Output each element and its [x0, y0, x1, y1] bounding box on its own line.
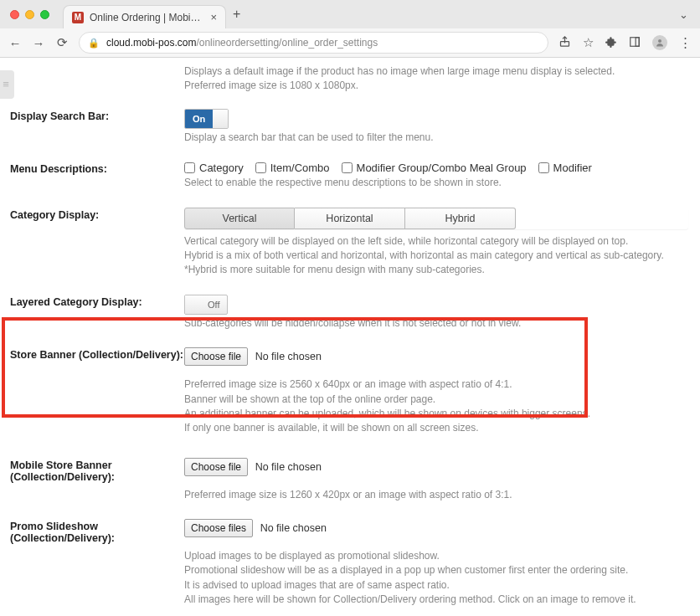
- svg-rect-2: [636, 37, 639, 46]
- category-display-vertical[interactable]: Vertical: [184, 208, 295, 229]
- new-tab-button[interactable]: +: [233, 7, 240, 22]
- forward-button[interactable]: →: [32, 36, 45, 50]
- category-display-horizontal[interactable]: Horizontal: [295, 208, 405, 229]
- favicon-icon: M: [72, 12, 84, 23]
- close-window-button[interactable]: [10, 10, 19, 19]
- store-banner-file-status: No file chosen: [255, 351, 322, 362]
- mobile-banner-choose-file[interactable]: Choose file: [184, 458, 248, 476]
- menu-desc-checkbox-modifier-group[interactable]: Modifier Group/Combo Meal Group: [342, 162, 527, 174]
- store-banner-help: Preferred image size is 2560 x 640px or …: [184, 377, 688, 436]
- layered-help: Sub-categories will be hidden/collapse w…: [184, 316, 688, 331]
- menu-icon[interactable]: ⋮: [679, 35, 692, 50]
- minimize-window-button[interactable]: [25, 10, 34, 19]
- store-banner-choose-file[interactable]: Choose file: [184, 347, 248, 366]
- address-bar[interactable]: 🔒 cloud.mobi-pos.com/onlineordersetting/…: [79, 32, 548, 54]
- promo-choose-files[interactable]: Choose files: [184, 519, 253, 537]
- search-bar-toggle[interactable]: On: [184, 109, 229, 129]
- svg-rect-1: [631, 37, 640, 46]
- share-icon[interactable]: [558, 35, 571, 50]
- maximize-window-button[interactable]: [40, 10, 49, 19]
- mobile-banner-help: Preferred image size is 1260 x 420px or …: [184, 488, 688, 502]
- promo-label: Promo Slideshow (Collection/Delivery):: [10, 519, 184, 544]
- category-display-segmented: Vertical Horizontal Hybrid: [184, 208, 688, 229]
- svg-point-3: [658, 39, 661, 43]
- search-bar-label: Display Search Bar:: [10, 109, 184, 122]
- tab-title: Online Ordering | MobiPOS: [90, 12, 204, 23]
- layered-label: Layered Category Display:: [10, 295, 184, 308]
- store-banner-label: Store Banner (Collection/Delivery):: [10, 347, 184, 361]
- browser-toolbar: ← → ⟳ 🔒 cloud.mobi-pos.com/onlineorderse…: [0, 28, 700, 57]
- category-display-hybrid[interactable]: Hybrid: [405, 208, 516, 229]
- lock-icon: 🔒: [88, 38, 100, 49]
- menu-desc-help: Select to enable the respective menu des…: [184, 176, 688, 190]
- mobile-banner-file-status: No file chosen: [255, 461, 322, 473]
- back-button[interactable]: ←: [8, 36, 22, 50]
- reload-button[interactable]: ⟳: [55, 35, 69, 50]
- promo-file-status: No file chosen: [260, 522, 327, 534]
- browser-tab[interactable]: M Online Ordering | MobiPOS ×: [63, 5, 226, 28]
- mobile-banner-label: Mobile Store Banner (Collection/Delivery…: [10, 458, 184, 483]
- chevron-down-icon[interactable]: ⌄: [679, 8, 693, 21]
- star-icon[interactable]: ☆: [583, 35, 594, 50]
- window-controls: [8, 0, 56, 28]
- promo-help: Upload images to be displayed as promoti…: [184, 549, 688, 608]
- url-text: cloud.mobi-pos.com/onlineordersetting/on…: [106, 37, 378, 49]
- category-display-help: Vertical category will be displayed on t…: [184, 234, 688, 278]
- search-bar-help: Display a search bar that can be used to…: [184, 131, 688, 145]
- profile-avatar[interactable]: [652, 35, 667, 50]
- layered-toggle[interactable]: Off: [184, 295, 228, 315]
- menu-desc-checkbox-category[interactable]: Category: [184, 162, 244, 174]
- extensions-icon[interactable]: [605, 36, 617, 50]
- menu-desc-checkbox-item[interactable]: Item/Combo: [255, 162, 330, 174]
- browser-chrome: M Online Ordering | MobiPOS × + ⌄ ← → ⟳ …: [0, 0, 700, 58]
- menu-desc-label: Menu Descriptions:: [10, 162, 184, 175]
- default-image-help: Displays a default image if the product …: [184, 64, 688, 94]
- menu-desc-checkbox-modifier[interactable]: Modifier: [538, 162, 592, 174]
- settings-page: Displays a default image if the product …: [0, 58, 700, 616]
- close-tab-icon[interactable]: ×: [210, 11, 217, 23]
- category-display-label: Category Display:: [10, 208, 184, 221]
- tab-overview-icon[interactable]: [629, 36, 641, 50]
